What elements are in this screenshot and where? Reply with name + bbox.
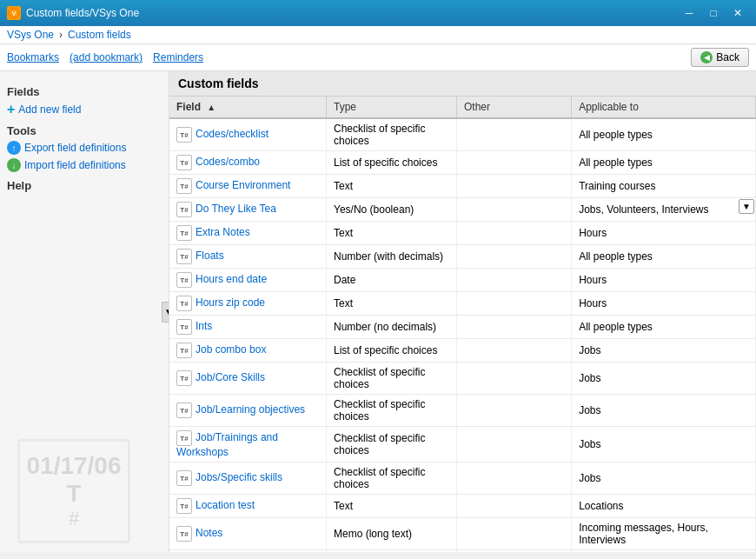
table-row: T#Parental Release VerifiedMemo (long te…: [169, 550, 756, 553]
row-icon: T#: [176, 319, 192, 335]
other-cell: [457, 427, 572, 463]
other-cell: [457, 118, 572, 151]
add-bookmark-link[interactable]: (add bookmark): [70, 51, 143, 63]
type-cell: Text: [327, 222, 457, 245]
table-row: T#Do They Like TeaYes/No (boolean)Jobs, …: [169, 198, 756, 222]
applicable-cell: Jobs: [572, 463, 756, 495]
filter-icon[interactable]: ▼: [739, 199, 754, 214]
row-icon: T#: [176, 249, 192, 264]
col-applicable[interactable]: Applicable to: [572, 96, 756, 118]
other-cell: [457, 292, 572, 316]
export-icon: ↑: [7, 141, 21, 155]
row-icon: T#: [176, 526, 192, 542]
table-row: T#IntsNumber (no decimals)All people typ…: [169, 316, 756, 339]
table-row: T#Hours end dateDateHours: [169, 269, 756, 292]
col-other-label: Other: [464, 101, 490, 113]
row-icon: T#: [176, 202, 192, 217]
field-name[interactable]: Job combo box: [196, 343, 266, 356]
applicable-cell: Training courses: [572, 175, 756, 198]
breadcrumb-customfields[interactable]: Custom fields: [68, 29, 131, 41]
field-name[interactable]: Job/Core Skills: [196, 371, 265, 383]
field-cell: T#Codes/checklist: [169, 118, 327, 151]
main-layout: Fields + Add new field Tools ↑ Export fi…: [0, 71, 756, 552]
other-cell: [457, 245, 572, 269]
table-row: T#Extra NotesTextHours: [169, 222, 756, 245]
table-body: T#Codes/checklistChecklist of specific c…: [169, 118, 756, 552]
applicable-cell: Jobs: [572, 427, 756, 463]
col-applicable-label: Applicable to: [579, 101, 639, 113]
export-tool-item[interactable]: ↑ Export field definitions: [7, 141, 162, 155]
export-label: Export field definitions: [24, 142, 126, 154]
row-icon: T#: [176, 272, 192, 288]
close-button[interactable]: ✕: [726, 4, 749, 22]
other-cell: [457, 151, 572, 175]
breadcrumb-vsysone[interactable]: VSys One: [7, 29, 54, 41]
add-icon: +: [7, 102, 15, 117]
field-name[interactable]: Do They Like Tea: [196, 203, 276, 215]
col-field[interactable]: Field ▲: [169, 96, 327, 118]
add-new-field-button[interactable]: + Add new field: [7, 102, 162, 117]
row-icon: T#: [176, 296, 192, 311]
field-name[interactable]: Floats: [196, 250, 224, 262]
field-name[interactable]: Location test: [196, 499, 255, 511]
table-container[interactable]: ▼ Field ▲ Type Other: [169, 96, 756, 552]
nav-bar: Bookmarks (add bookmark) Reminders ◀ Bac…: [0, 44, 756, 71]
field-name[interactable]: Hours end date: [196, 273, 267, 285]
other-cell: [457, 175, 572, 198]
other-cell: [457, 316, 572, 339]
table-row: T#Job/Core SkillsChecklist of specific c…: [169, 363, 756, 395]
field-name[interactable]: Codes/checklist: [196, 128, 269, 140]
watermark: 01/17/06 T #: [17, 439, 130, 543]
sidebar-expand-arrow[interactable]: ▼: [162, 302, 169, 323]
applicable-cell: Hours: [572, 292, 756, 316]
applicable-cell: Jobs, Volunteers, Interviews: [572, 198, 756, 222]
field-cell: T#Job combo box: [169, 339, 327, 363]
row-icon: T#: [176, 498, 192, 514]
sidebar: Fields + Add new field Tools ↑ Export fi…: [0, 71, 169, 552]
col-other[interactable]: Other: [457, 96, 572, 118]
field-cell: T#Location test: [169, 495, 327, 518]
field-name[interactable]: Jobs/Specific skills: [196, 471, 282, 483]
reminders-link[interactable]: Reminders: [153, 51, 203, 63]
row-icon: T#: [176, 343, 192, 358]
field-name[interactable]: Extra Notes: [196, 226, 250, 238]
field-cell: T#Notes: [169, 518, 327, 550]
import-icon: ↓: [7, 158, 21, 172]
type-cell: Text: [327, 175, 457, 198]
minimize-button[interactable]: ─: [678, 4, 700, 22]
type-cell: Checklist of specific choices: [327, 363, 457, 395]
type-cell: Memo (long text): [327, 518, 457, 550]
type-cell: Number (with decimals): [327, 245, 457, 269]
tools-section-header: Tools: [7, 124, 162, 137]
field-cell: T#Hours end date: [169, 269, 327, 292]
applicable-cell: Hours: [572, 222, 756, 245]
import-tool-item[interactable]: ↓ Import field definitions: [7, 158, 162, 172]
type-cell: Text: [327, 292, 457, 316]
import-label: Import field definitions: [24, 159, 126, 171]
field-name[interactable]: Course Environment: [196, 179, 290, 191]
table-row: T#Job/Trainings and WorkshopsChecklist o…: [169, 427, 756, 463]
maximize-button[interactable]: □: [702, 4, 725, 22]
col-type[interactable]: Type: [327, 96, 457, 118]
sort-arrow: ▲: [207, 103, 216, 112]
table-row: T#Course EnvironmentTextTraining courses: [169, 175, 756, 198]
window-title: Custom fields/VSys One: [26, 7, 678, 19]
field-name[interactable]: Ints: [196, 320, 212, 332]
field-name[interactable]: Job/Learning objectives: [196, 403, 305, 416]
row-icon: T#: [176, 403, 192, 418]
field-name[interactable]: Hours zip code: [196, 296, 265, 309]
type-cell: Date: [327, 269, 457, 292]
back-button[interactable]: ◀ Back: [691, 48, 749, 67]
applicable-cell: Incoming messages, Hours, Interviews: [572, 518, 756, 550]
applicable-cell: All people types: [572, 245, 756, 269]
applicable-cell: Jobs: [572, 395, 756, 427]
applicable-cell: All people types: [572, 118, 756, 151]
applicable-cell: Jobs: [572, 363, 756, 395]
col-type-label: Type: [334, 101, 356, 113]
bookmarks-link[interactable]: Bookmarks: [7, 51, 59, 63]
other-cell: [457, 222, 572, 245]
field-name[interactable]: Notes: [196, 527, 222, 539]
type-cell: List of specific choices: [327, 151, 457, 175]
row-icon: T#: [176, 178, 192, 194]
field-name[interactable]: Codes/combo: [196, 156, 260, 168]
